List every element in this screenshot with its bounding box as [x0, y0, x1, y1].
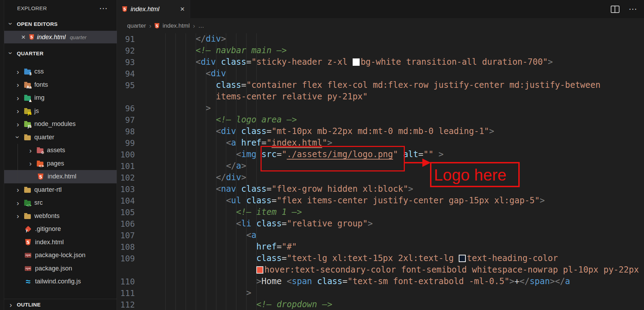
chevron-right-icon: ›: [27, 147, 34, 154]
breadcrumb-folder[interactable]: quarter: [127, 22, 146, 29]
html-file-icon: 5: [37, 173, 44, 180]
explorer-sidebar: EXPLORER ⋯ › OPEN EDITORS ✕ 5 index.html…: [0, 0, 117, 310]
code-text: >: [165, 287, 251, 299]
tree-item-package-json[interactable]: npmpackage.json: [4, 262, 117, 275]
code-line-93[interactable]: 93 <div class="sticky-header z-xl bg-whi…: [117, 56, 644, 68]
code-line-102[interactable]: 102 </div>: [117, 172, 644, 183]
open-editor-item-index-html[interactable]: ✕ 5 index.html quarter: [4, 31, 117, 43]
tree-item-css[interactable]: ›3css: [4, 65, 117, 78]
code-line-105[interactable]: 105 <!— item 1 —>: [117, 206, 644, 218]
open-editors-section-header[interactable]: › OPEN EDITORS: [4, 18, 117, 29]
code-line-95[interactable]: 95 class="container flex flex-col md:fle…: [117, 79, 644, 91]
chevron-down-icon: ›: [15, 134, 21, 140]
code-text: <!— logo area —>: [165, 114, 297, 126]
tree-item-img[interactable]: ›▲img: [4, 91, 117, 105]
code-text: <div class="sticky-header z-xl bg-white …: [165, 56, 553, 68]
more-actions-icon[interactable]: ⋯: [629, 4, 637, 14]
tree-item-tailwind-config-js[interactable]: ≈tailwind.config.js: [4, 275, 117, 288]
line-number: 96: [117, 104, 135, 113]
breadcrumb-file[interactable]: index.html: [162, 22, 189, 29]
line-number: 95: [117, 81, 135, 90]
tree-item--gitignore[interactable]: y.gitignore: [4, 223, 117, 236]
tree-item-webfonts[interactable]: ›webfonts: [4, 210, 117, 223]
workspace-section-header[interactable]: › QUARTER: [4, 48, 117, 59]
tree-item-src[interactable]: ›</>src: [4, 196, 117, 210]
line-number: 99: [117, 139, 135, 148]
close-icon[interactable]: ✕: [180, 6, 185, 13]
code-line-109[interactable]: 109 class="text-lg xl:text-15px 2xl:text…: [117, 253, 644, 264]
code-line-106[interactable]: 106 <li class="relative group">: [117, 218, 644, 230]
line-number: 110: [117, 277, 135, 286]
chevron-down-icon: ›: [8, 21, 14, 27]
line-number: 97: [117, 115, 135, 125]
code-text: </a>: [165, 160, 246, 172]
code-text: items-center relative py-21px": [165, 91, 368, 103]
code-text: <div class="mt-10px mb-22px md:mt-0 md:m…: [165, 126, 494, 137]
breadcrumb-more[interactable]: …: [198, 22, 204, 29]
tree-item-label: pages: [47, 160, 64, 167]
split-editor-icon[interactable]: [611, 6, 619, 13]
code-line-96[interactable]: 96 >: [117, 103, 644, 114]
chevron-right-icon: ›: [15, 121, 21, 127]
html-file-icon: 5: [122, 6, 127, 12]
tree-item-pages[interactable]: ›<>pages: [4, 157, 117, 170]
chevron-right-icon: ›: [15, 186, 21, 193]
tree-item-js[interactable]: ›JSjs: [4, 105, 117, 118]
outline-section-header[interactable]: › OUTLINE: [4, 299, 117, 310]
code-text: href="#": [165, 241, 297, 253]
tab-index-html[interactable]: 5 index.html ✕: [117, 0, 190, 18]
editor-actions: ⋯: [611, 0, 637, 18]
tree-item-label: .gitignore: [35, 225, 61, 233]
line-number: 107: [117, 231, 135, 240]
tree-item-package-lock-json[interactable]: npmpackage-lock.json: [4, 249, 117, 262]
code-line-104[interactable]: 104 <ul class="flex items-center justify…: [117, 195, 644, 206]
chevron-right-icon: ›: [8, 302, 14, 308]
tree-item-quarter[interactable]: ›quarter: [4, 131, 117, 144]
code-text: <nav class="flex-grow hidden xl:block">: [165, 183, 413, 195]
tree-item-index-html[interactable]: 5index.html: [4, 236, 117, 249]
open-editor-folder: quarter: [70, 34, 86, 40]
css-folder-icon: 3: [24, 68, 31, 75]
folder-icon: [24, 186, 31, 193]
js-folder-icon: JS: [24, 107, 31, 114]
tree-item-label: img: [34, 94, 44, 101]
img-folder-icon: ▲: [24, 94, 31, 101]
tab-title: index.html: [131, 6, 159, 13]
code-line-94[interactable]: 94 <div: [117, 68, 644, 79]
code-line-107[interactable]: 107 <a: [117, 230, 644, 241]
code-text: >Home <span class="text-sm font-extrabol…: [165, 276, 570, 287]
code-text: </div>: [165, 33, 226, 45]
tree-item-label: quarter: [34, 134, 54, 141]
line-number: 103: [117, 185, 135, 194]
tree-item-index-html[interactable]: 5index.html: [4, 170, 117, 183]
chevron-right-icon: ›: [15, 200, 21, 206]
tree-item-assets[interactable]: ›⚙assets: [4, 144, 117, 157]
code-line-111[interactable]: 111 >: [117, 287, 644, 299]
code-line-98[interactable]: 98 <div class="mt-10px mb-22px md:mt-0 m…: [117, 126, 644, 137]
code-line-110[interactable]: 110 >Home <span class="text-sm font-extr…: [117, 276, 644, 287]
code-line-112[interactable]: 112 <!— dropdown —>: [117, 299, 644, 310]
code-line-91[interactable]: 91 </div>: [117, 33, 644, 45]
code-line-wrap[interactable]: items-center relative py-21px": [117, 91, 644, 103]
tree-item-quarter-rtl[interactable]: ›quarter-rtl: [4, 183, 117, 197]
npm-file-icon: npm: [25, 252, 32, 259]
code-line-92[interactable]: 92 <!— navbar main —>: [117, 45, 644, 56]
npm-file-icon: npm: [25, 265, 32, 272]
color-swatch-icon: [353, 58, 360, 66]
tree-item-label: js: [34, 107, 39, 115]
tree-item-label: package.json: [35, 265, 72, 272]
code-text: <div: [165, 68, 226, 79]
close-icon[interactable]: ✕: [21, 34, 26, 41]
code-line-103[interactable]: 103 <nav class="flex-grow hidden xl:bloc…: [117, 183, 644, 195]
tree-item-node-modules[interactable]: ›JSnode_modules: [4, 118, 117, 131]
code-line-wrap[interactable]: hover:text-secondary-color font-semibold…: [117, 264, 644, 276]
code-line-108[interactable]: 108 href="#": [117, 241, 644, 253]
sidebar-more-actions-icon[interactable]: ⋯: [99, 3, 108, 13]
code-text: <ul class="flex items-center justify-cen…: [165, 195, 545, 206]
code-line-97[interactable]: 97 <!— logo area —>: [117, 114, 644, 126]
tree-item-label: assets: [47, 147, 65, 154]
tree-item-fonts[interactable]: ›Aafonts: [4, 78, 117, 92]
tree-indent-guide: [18, 144, 18, 183]
code-editor[interactable]: 91 </div>92 <!— navbar main —>93 <div cl…: [117, 33, 644, 310]
tree-item-label: css: [34, 68, 44, 75]
